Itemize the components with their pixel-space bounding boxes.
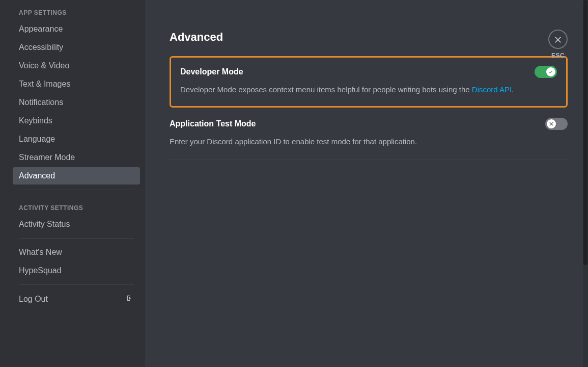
section-header-app-settings: APP SETTINGS	[13, 0, 140, 19]
sidebar-item-appearance[interactable]: Appearance	[13, 20, 140, 38]
discord-api-link[interactable]: Discord API	[472, 85, 512, 94]
sidebar-item-language[interactable]: Language	[13, 130, 140, 148]
close-label: ESC	[548, 52, 568, 59]
sidebar-item-keybinds[interactable]: Keybinds	[13, 112, 140, 129]
sidebar-item-streamer-mode[interactable]: Streamer Mode	[13, 149, 140, 166]
developer-mode-desc: Developer Mode exposes context menu item…	[180, 84, 557, 96]
toggle-knob	[547, 119, 556, 128]
close-area: ESC	[548, 30, 568, 59]
sidebar-item-whats-new[interactable]: What's New	[13, 244, 140, 261]
close-icon	[553, 35, 563, 44]
sidebar-item-notifications[interactable]: Notifications	[13, 94, 140, 111]
sidebar-item-advanced[interactable]: Advanced	[13, 167, 140, 185]
app-test-mode-title: Application Test Mode	[170, 119, 256, 128]
scrollbar-thumb[interactable]	[583, 0, 587, 265]
sidebar-item-activity-status[interactable]: Activity Status	[13, 216, 140, 233]
divider	[19, 238, 134, 239]
page-title: Advanced	[170, 31, 568, 44]
settings-sidebar: APP SETTINGS Appearance Accessibility Vo…	[0, 0, 145, 367]
scrollbar-track[interactable]	[583, 0, 588, 367]
sidebar-item-logout[interactable]: Log Out	[13, 290, 140, 308]
developer-mode-title: Developer Mode	[180, 67, 243, 76]
app-test-mode-block: Application Test Mode Enter your Discord…	[170, 108, 568, 161]
divider	[19, 284, 134, 285]
developer-mode-toggle[interactable]	[535, 66, 557, 78]
sidebar-item-text-images[interactable]: Text & Images	[13, 75, 140, 93]
main-content: Advanced Developer Mode Developer Mode e…	[145, 0, 588, 367]
section-header-activity-settings: ACTIVITY SETTINGS	[13, 195, 140, 215]
sidebar-item-hypesquad[interactable]: HypeSquad	[13, 262, 140, 279]
divider	[19, 190, 134, 190]
logout-label: Log Out	[19, 295, 48, 304]
check-icon	[548, 69, 554, 75]
sidebar-item-voice-video[interactable]: Voice & Video	[13, 57, 140, 74]
logout-icon	[126, 294, 134, 304]
close-button[interactable]	[548, 30, 568, 49]
app-test-mode-desc: Enter your Discord application ID to ena…	[170, 136, 568, 148]
sidebar-item-accessibility[interactable]: Accessibility	[13, 39, 140, 56]
x-icon	[548, 121, 554, 127]
app-test-mode-toggle[interactable]	[545, 118, 568, 130]
toggle-knob	[546, 67, 555, 76]
developer-mode-highlight: Developer Mode Developer Mode exposes co…	[170, 56, 568, 108]
